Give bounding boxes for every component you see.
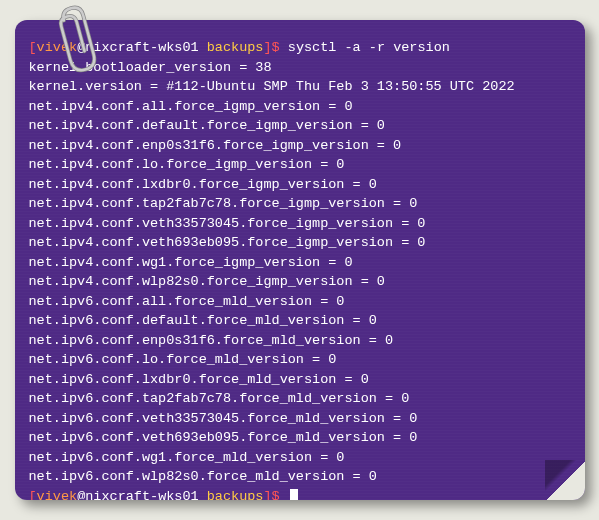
- cursor-block[interactable]: [290, 489, 298, 500]
- bracket-open: [: [29, 40, 37, 55]
- prompt-dollar: $: [272, 489, 280, 501]
- command-text: sysctl -a -r version: [288, 40, 450, 55]
- output-line: net.ipv6.conf.veth693eb095.force_mld_ver…: [29, 428, 571, 448]
- output-line: net.ipv6.conf.all.force_mld_version = 0: [29, 292, 571, 312]
- output-line: net.ipv6.conf.enp0s31f6.force_mld_versio…: [29, 331, 571, 351]
- output-line: net.ipv6.conf.tap2fab7c78.force_mld_vers…: [29, 389, 571, 409]
- output-line: net.ipv4.conf.default.force_igmp_version…: [29, 116, 571, 136]
- prompt-dir: backups: [207, 40, 264, 55]
- bracket-open: [: [29, 489, 37, 501]
- paperclip-icon: [50, 2, 110, 82]
- prompt-user: vivek: [37, 489, 78, 501]
- output-line: net.ipv6.conf.lxdbr0.force_mld_version =…: [29, 370, 571, 390]
- output-line: kernel.version = #112-Ubuntu SMP Thu Feb…: [29, 77, 571, 97]
- output-line: kernel.bootloader_version = 38: [29, 58, 571, 78]
- prompt-dollar: $: [272, 40, 280, 55]
- output-line: net.ipv4.conf.all.force_igmp_version = 0: [29, 97, 571, 117]
- output-line: net.ipv4.conf.tap2fab7c78.force_igmp_ver…: [29, 194, 571, 214]
- output-line: net.ipv6.conf.default.force_mld_version …: [29, 311, 571, 331]
- output-line: net.ipv4.conf.lxdbr0.force_igmp_version …: [29, 175, 571, 195]
- output-line: net.ipv4.conf.veth33573045.force_igmp_ve…: [29, 214, 571, 234]
- output-line: net.ipv4.conf.wg1.force_igmp_version = 0: [29, 253, 571, 273]
- output-line: net.ipv4.conf.enp0s31f6.force_igmp_versi…: [29, 136, 571, 156]
- output-line: net.ipv4.conf.wlp82s0.force_igmp_version…: [29, 272, 571, 292]
- terminal-window[interactable]: [vivek@nixcraft-wks01 backups]$ sysctl -…: [15, 20, 585, 500]
- output-line: net.ipv4.conf.lo.force_igmp_version = 0: [29, 155, 571, 175]
- prompt-line-2: [vivek@nixcraft-wks01 backups]$: [29, 487, 571, 501]
- output-line: net.ipv6.conf.veth33573045.force_mld_ver…: [29, 409, 571, 429]
- output-line: net.ipv6.conf.lo.force_mld_version = 0: [29, 350, 571, 370]
- prompt-dir: backups: [207, 489, 264, 501]
- output-line: net.ipv4.conf.veth693eb095.force_igmp_ve…: [29, 233, 571, 253]
- prompt-line-1: [vivek@nixcraft-wks01 backups]$ sysctl -…: [29, 38, 571, 58]
- output-line: net.ipv6.conf.wg1.force_mld_version = 0: [29, 448, 571, 468]
- bracket-close: ]: [263, 489, 271, 501]
- bracket-close: ]: [263, 40, 271, 55]
- output-line: net.ipv6.conf.wlp82s0.force_mld_version …: [29, 467, 571, 487]
- prompt-host: nixcraft-wks01: [85, 489, 198, 501]
